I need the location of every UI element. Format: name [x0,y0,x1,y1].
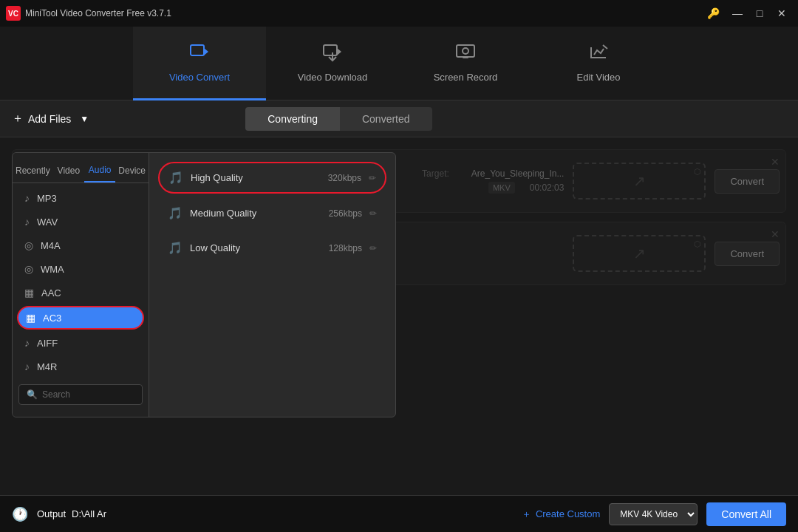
format-sidebar: Recently Video Audio Device ♪ MP3 ♪ WAV … [13,153,149,417]
tab-recently[interactable]: Recently [13,159,53,183]
output-path: D:\All Ar [72,508,106,519]
create-custom-plus: ＋ [522,508,531,521]
video-convert-icon [189,41,210,67]
convert-button-1[interactable]: Convert [715,169,780,194]
low-quality-edit[interactable]: ✏ [369,243,377,253]
svg-marker-4 [337,48,341,55]
add-files-button[interactable]: ＋ Add Files [12,111,71,126]
target-name-1: Are_You_Sleeping_In... [471,168,565,179]
aiff-icon: ♪ [24,337,30,349]
format-aiff[interactable]: ♪ AIFF [13,331,149,355]
format-tab-bar: Recently Video Audio Device [13,159,149,183]
add-files-chevron[interactable]: ▼ [77,112,92,126]
aac-icon: ▦ [24,287,34,299]
svg-rect-6 [457,45,474,57]
title-bar-left: VC MiniTool Video Converter Free v3.7.1 [6,6,171,21]
target-format-1: MKV [488,182,515,194]
key-icon[interactable]: 🔑 [707,7,720,19]
medium-quality-label: Medium Quality [190,208,321,219]
nav-video-download[interactable]: Video Download [266,27,399,100]
edit-video-icon [588,41,609,67]
quality-list: 🎵 High Quality 320kbps ✏ 🎵 Medium Qualit… [149,153,395,417]
convert-button-2[interactable]: Convert [715,242,780,266]
high-quality-edit[interactable]: ✏ [369,173,376,183]
high-quality-icon: 🎵 [168,171,183,185]
tab-group: Converting Converted [245,107,432,131]
edit-area-icon-2: ↗ [633,245,646,262]
svg-rect-3 [324,45,337,55]
app-title: MiniTool Video Converter Free v3.7.1 [25,8,171,18]
format-m4a[interactable]: ◎ M4A [13,233,149,257]
video-download-icon [322,41,343,67]
tab-device[interactable]: Device [115,159,149,183]
nav-bar: Video Convert Video Download Screen Reco… [0,27,798,100]
close-file-1[interactable]: ✕ [771,156,780,168]
maximize-button[interactable]: □ [749,3,770,24]
ac3-icon: ▦ [26,312,35,324]
search-icon: 🔍 [27,389,38,400]
m4a-icon: ◎ [24,239,33,251]
output-section: Output D:\All Ar [37,508,106,519]
medium-quality-edit[interactable]: ✏ [369,208,377,219]
wav-icon: ♪ [24,216,30,228]
tab-converted[interactable]: Converted [340,107,432,131]
convert-all-button[interactable]: Convert All [706,502,786,526]
format-mp3[interactable]: ♪ MP3 [13,186,149,210]
create-custom-label: Create Custom [536,508,600,519]
nav-edit-video[interactable]: Edit Video [532,27,665,100]
tab-video[interactable]: Video [53,159,84,183]
svg-rect-2 [193,55,202,56]
svg-line-9 [603,45,607,49]
format-wma-label: WMA [41,264,64,275]
target-area-1[interactable]: ⬡ ↗ [573,163,706,200]
quality-high[interactable]: 🎵 High Quality 320kbps ✏ [158,162,386,194]
edit-area-icon-1: ↗ [633,172,646,190]
low-quality-bitrate: 128kbps [329,243,362,253]
bottom-bar: 🕐 Output D:\All Ar ＋ Create Custom MKV 4… [0,495,798,532]
toolbar: ＋ Add Files ▼ Converting Converted [0,100,798,137]
target-label-1: Target: [422,168,449,179]
format-mp3-label: MP3 [37,193,57,204]
title-bar: VC MiniTool Video Converter Free v3.7.1 … [0,0,798,27]
format-ac3[interactable]: ▦ AC3 [17,306,144,330]
format-wav-label: WAV [37,216,58,228]
tab-converting[interactable]: Converting [245,107,340,131]
output-label: Output [37,508,66,519]
svg-point-7 [463,48,468,54]
target-edit-icon-1[interactable]: ⬡ [694,167,701,177]
quality-medium[interactable]: 🎵 Medium Quality 256kbps ✏ [158,198,386,228]
format-panel: Recently Video Audio Device ♪ MP3 ♪ WAV … [12,152,396,417]
format-aac[interactable]: ▦ AAC [13,281,149,304]
m4r-icon: ♪ [24,361,30,372]
main-content: 📼 Source: Are_You_Sleeping_In... Target:… [0,137,798,495]
nav-video-convert-label: Video Convert [169,72,230,83]
target-area-2[interactable]: ⬡ ↗ [573,235,706,272]
nav-video-download-label: Video Download [298,72,367,83]
search-box[interactable]: 🔍 Search [13,378,149,411]
format-ac3-label: AC3 [43,313,61,324]
wma-icon: ◎ [24,263,33,275]
format-select[interactable]: MKV 4K Video [609,503,698,525]
high-quality-bitrate: 320kbps [328,173,361,183]
format-wma[interactable]: ◎ WMA [13,257,149,281]
add-icon: ＋ [12,111,24,126]
create-custom-button[interactable]: ＋ Create Custom [522,508,600,521]
nav-video-convert[interactable]: Video Convert [133,27,266,100]
target-edit-icon-2[interactable]: ⬡ [694,239,701,249]
high-quality-label: High Quality [191,172,321,183]
search-input-text[interactable]: Search [42,389,70,400]
close-button[interactable]: ✕ [771,3,792,24]
close-file-2[interactable]: ✕ [771,228,780,240]
add-files-label: Add Files [28,113,71,125]
format-m4r[interactable]: ♪ M4R [13,355,149,378]
svg-rect-0 [191,45,204,55]
format-aac-label: AAC [41,287,61,299]
tab-audio[interactable]: Audio [84,159,115,183]
medium-quality-icon: 🎵 [168,206,183,220]
format-wav[interactable]: ♪ WAV [13,210,149,233]
minimize-button[interactable]: — [727,3,748,24]
nav-screen-record-label: Screen Record [434,72,498,83]
quality-low[interactable]: 🎵 Low Quality 128kbps ✏ [158,233,386,263]
format-m4r-label: M4R [37,361,57,372]
nav-screen-record[interactable]: Screen Record [399,27,532,100]
